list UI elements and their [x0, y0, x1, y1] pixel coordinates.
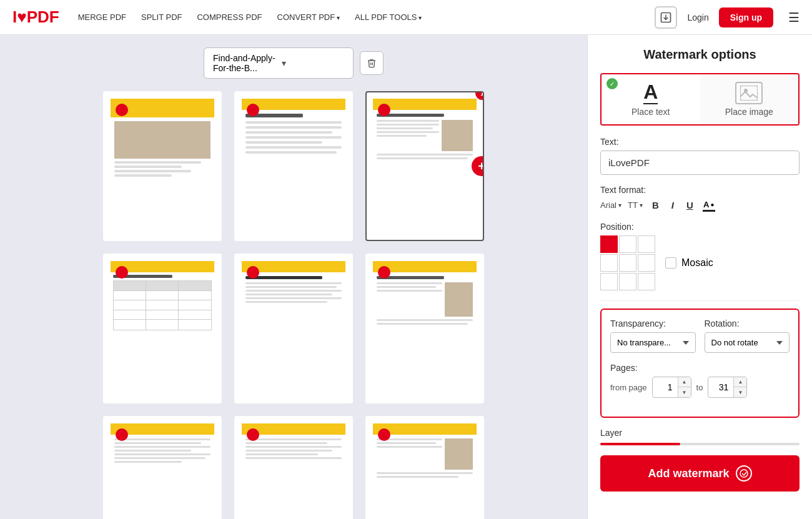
font-name: Arial	[600, 200, 616, 210]
from-page-input[interactable]	[653, 378, 678, 396]
transparency-field: Transparency: No transpare... 25% 50% 75…	[610, 319, 696, 353]
table-row[interactable]	[365, 254, 484, 403]
transparency-label: Transparency:	[610, 319, 696, 329]
file-name: Find-and-Apply-For-the-B...	[213, 53, 275, 73]
logo-text: I♥PDF	[12, 7, 59, 27]
download-icon[interactable]	[655, 6, 677, 29]
nav-split-pdf[interactable]: SPLIT PDF	[141, 12, 182, 22]
pages-label: Pages:	[610, 363, 790, 373]
nav-all-tools[interactable]: ALL PDF TOOLS	[355, 12, 422, 22]
italic-button[interactable]: I	[668, 199, 677, 212]
file-dropdown[interactable]: Find-and-Apply-For-the-B... ▾	[204, 47, 354, 79]
to-page-input-wrap: ▲ ▼	[708, 377, 747, 398]
pages-grid: 1	[103, 91, 484, 519]
table-row[interactable]	[234, 91, 353, 241]
add-watermark-circle-icon	[736, 465, 752, 482]
divider	[600, 300, 800, 301]
watermark-indicator	[247, 428, 259, 441]
to-page-input[interactable]	[708, 378, 733, 396]
layer-slider[interactable]	[600, 443, 800, 445]
rotation-label: Rotation:	[705, 319, 790, 329]
to-label: to	[696, 383, 703, 392]
table-row[interactable]	[103, 416, 222, 519]
sidebar-title: Watermark options	[600, 47, 800, 62]
position-cell-bottom-right[interactable]	[638, 273, 655, 290]
bold-button[interactable]: B	[649, 199, 662, 212]
text-input[interactable]	[600, 151, 800, 175]
transparency-select[interactable]: No transpare... 25% 50% 75%	[610, 332, 696, 353]
from-page-up-button[interactable]: ▲	[678, 377, 691, 387]
layer-slider-fill	[600, 443, 680, 445]
from-page-label: from page	[610, 383, 647, 392]
nav-bar: MERGE PDF SPLIT PDF COMPRESS PDF CONVERT…	[78, 12, 655, 22]
add-watermark-button[interactable]: Add watermark	[600, 455, 800, 492]
position-cell-top-left[interactable]	[600, 235, 618, 253]
mosaic-checkbox-box[interactable]	[665, 257, 676, 269]
text-format-row: Arial ▾ TT ▾ B I U A ●	[600, 199, 800, 212]
tab-image-label: Place image	[725, 107, 773, 117]
logo[interactable]: I♥PDF	[12, 7, 59, 27]
size-arrow-icon: ▾	[640, 202, 643, 209]
watermark-indicator	[116, 104, 128, 116]
signup-button[interactable]: Sign up	[719, 7, 773, 27]
position-cell-bottom-center[interactable]	[619, 273, 636, 290]
position-cell-top-right[interactable]	[638, 235, 655, 253]
font-size-label: TT	[628, 200, 638, 210]
hamburger-icon[interactable]: ☰	[788, 10, 800, 25]
nav-convert-pdf[interactable]: CONVERT PDF	[277, 12, 340, 22]
dropdown-arrow-icon: ▾	[282, 58, 344, 68]
main-container: Find-and-Apply-For-the-B... ▾	[0, 35, 812, 519]
position-cell-middle-right[interactable]	[638, 254, 655, 272]
watermark-indicator	[247, 104, 259, 116]
position-cell-top-center[interactable]	[619, 235, 636, 253]
text-tab-icon: A	[643, 82, 658, 104]
nav-merge-pdf[interactable]: MERGE PDF	[78, 12, 126, 22]
position-cell-middle-center[interactable]	[619, 254, 636, 272]
watermark-indicator	[378, 266, 390, 279]
svg-rect-2	[740, 86, 758, 101]
position-label: Position:	[600, 222, 800, 232]
table-row[interactable]	[103, 254, 222, 403]
login-button[interactable]: Login	[687, 12, 708, 22]
color-dot-icon: ●	[710, 201, 714, 208]
position-cell-bottom-left[interactable]	[600, 273, 618, 290]
nav-compress-pdf[interactable]: COMPRESS PDF	[197, 12, 262, 22]
table-row[interactable]	[365, 416, 484, 519]
from-page-input-wrap: ▲ ▼	[652, 377, 691, 398]
font-selector[interactable]: Arial ▾	[600, 200, 621, 210]
text-section: Text:	[600, 137, 800, 185]
layer-slider-wrap	[600, 443, 800, 445]
mosaic-checkbox[interactable]: Mosaic	[665, 257, 713, 269]
color-picker-button[interactable]: A ●	[703, 199, 715, 212]
sidebar: Watermark options ✓ A Place text Place i…	[587, 35, 812, 519]
header-right: Login Sign up ☰	[655, 6, 800, 29]
text-field-label: Text:	[600, 137, 800, 147]
header: I♥PDF MERGE PDF SPLIT PDF COMPRESS PDF C…	[0, 0, 812, 35]
text-format-section: Text format: Arial ▾ TT ▾ B I U A ●	[600, 185, 800, 212]
table-row[interactable]	[103, 91, 222, 241]
font-size-selector[interactable]: TT ▾	[628, 200, 643, 210]
check-icon: ✓	[607, 78, 618, 89]
underline-button[interactable]: U	[683, 199, 696, 212]
table-row[interactable]: 1	[365, 91, 484, 241]
font-arrow-icon: ▾	[618, 202, 621, 209]
transparency-rotation-pages-box: Transparency: No transpare... 25% 50% 75…	[600, 309, 800, 418]
layer-section: Layer	[600, 428, 800, 445]
to-page-up-button[interactable]: ▲	[734, 377, 746, 387]
table-row[interactable]	[234, 254, 353, 403]
text-format-label: Text format:	[600, 185, 800, 195]
tab-place-text[interactable]: ✓ A Place text	[602, 74, 700, 124]
watermark-indicator	[378, 428, 390, 441]
mosaic-label: Mosaic	[681, 257, 713, 269]
to-page-down-button[interactable]: ▼	[734, 387, 746, 397]
watermark-indicator	[247, 266, 259, 279]
rotation-select[interactable]: Do not rotate 45° 90° 135° 180°	[705, 332, 790, 353]
page-badge: 1	[475, 91, 484, 100]
file-selector-bar: Find-and-Apply-For-the-B... ▾	[204, 47, 384, 79]
delete-file-button[interactable]	[360, 51, 384, 75]
from-page-down-button[interactable]: ▼	[678, 387, 691, 397]
tab-place-image[interactable]: Place image	[700, 74, 799, 124]
pages-section: Pages: from page ▲ ▼ to ▲	[610, 363, 790, 398]
table-row[interactable]	[234, 416, 353, 519]
position-cell-middle-left[interactable]	[600, 254, 618, 272]
